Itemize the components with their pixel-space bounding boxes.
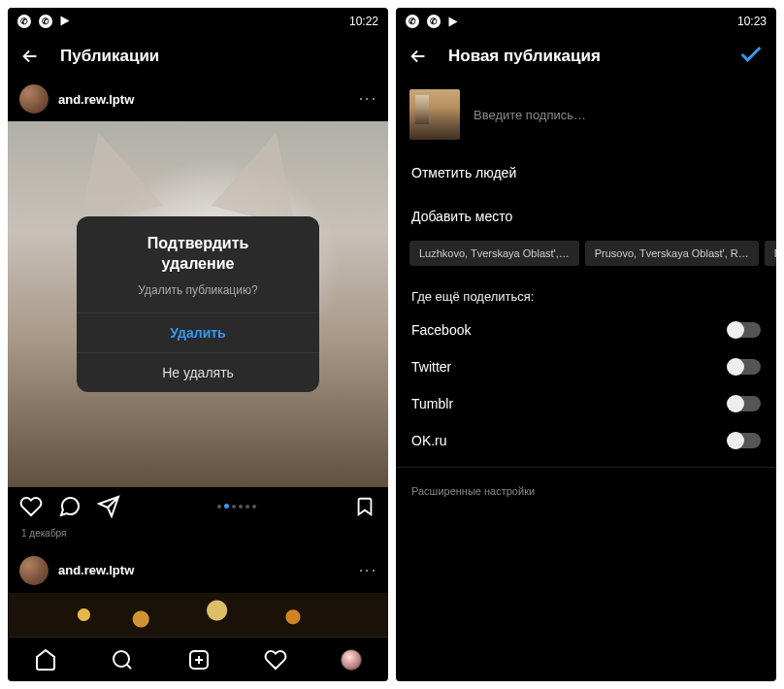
avatar[interactable] [19,556,49,585]
share-section-label: Где ещё поделиться: [396,279,776,312]
caption-row: Введите подпись… [396,78,776,151]
modal-title: Подтвердить удаление [77,216,319,279]
home-icon[interactable] [34,648,57,672]
confirm-delete-modal: Подтвердить удаление Удалить публикацию?… [77,216,319,393]
page-title: Публикации [60,47,159,66]
toggle-twitter[interactable] [728,359,761,375]
post-date: 1 декабря [8,526,388,548]
modal-cancel-button[interactable]: Не удалять [77,352,319,392]
phone-right: ✆ ✆ 10:23 Новая публикация Введите подпи… [396,8,776,681]
post-thumbnail[interactable] [409,89,460,140]
status-bar: ✆ ✆ 10:23 [396,8,776,35]
add-location-row[interactable]: Добавить место [396,195,776,239]
post-action-row [8,487,388,526]
viber-icon-2: ✆ [39,15,52,28]
share-twitter-row[interactable]: Twitter [396,348,776,385]
post-image[interactable]: Подтвердить удаление Удалить публикацию?… [8,121,388,487]
play-store-icon [61,16,70,26]
share-facebook-row[interactable]: Facebook [396,312,776,348]
share-target-label: Tumblr [411,396,453,411]
viber-icon: ✆ [17,15,31,28]
viber-icon-2: ✆ [427,15,441,28]
post-header: and.rew.lptw ⋮ [8,77,388,121]
toggle-tumblr[interactable] [728,396,761,411]
share-tumblr-row[interactable]: Tumblr [396,385,776,422]
bottom-nav [8,637,388,681]
location-suggestions: Luzhkovo, Tverskaya Oblast',… Prusovo, T… [396,239,776,279]
play-store-icon [449,16,458,26]
share-target-label: Facebook [411,322,471,338]
page-title: Новая публикация [448,47,601,66]
location-chip[interactable]: Luzhkovo, Tverskaya Oblast',… [409,241,579,266]
status-time: 10:23 [737,15,767,28]
status-bar: ✆ ✆ 10:22 [8,8,388,35]
post-username[interactable]: and.rew.lptw [58,92,134,107]
modal-confirm-button[interactable]: Удалить [77,312,319,352]
app-header: Публикации [8,35,388,78]
profile-avatar-icon[interactable] [341,649,362,671]
post-image-2[interactable] [8,593,388,638]
app-header: Новая публикация [396,35,776,78]
bookmark-icon[interactable] [353,495,376,518]
tag-people-row[interactable]: Отметить людей [396,151,776,195]
toggle-facebook[interactable] [728,322,761,338]
like-icon[interactable] [19,495,43,518]
share-icon[interactable] [97,495,120,518]
more-options-icon[interactable]: ⋮ [357,561,378,579]
add-post-icon[interactable] [187,648,211,672]
post-header-2: and.rew.lptw ⋮ [8,548,388,593]
avatar[interactable] [19,84,49,114]
advanced-settings-row[interactable]: Расширенные настройки [396,476,776,507]
comment-icon[interactable] [58,495,82,518]
more-options-icon[interactable]: ⋮ [357,90,378,109]
caption-input[interactable]: Введите подпись… [474,108,586,122]
activity-icon[interactable] [264,648,287,672]
divider [396,467,776,468]
toggle-okru[interactable] [728,433,761,448]
search-icon[interactable] [111,648,134,672]
share-target-label: Twitter [411,359,451,375]
status-time: 10:22 [349,15,378,28]
viber-icon: ✆ [406,15,419,28]
back-icon[interactable] [19,46,41,67]
location-chip[interactable]: Прямух… [765,241,776,266]
confirm-check-icon[interactable] [737,41,765,72]
modal-subtitle: Удалить публикацию? [77,278,319,312]
phone-left: ✆ ✆ 10:22 Публикации and.rew.lptw ⋮ Подт… [8,8,388,681]
share-okru-row[interactable]: OK.ru [396,422,776,459]
svg-point-0 [114,651,129,667]
back-icon[interactable] [408,46,429,67]
post-username[interactable]: and.rew.lptw [58,563,134,577]
modal-backdrop: Подтвердить удаление Удалить публикацию?… [8,121,388,487]
carousel-indicator [217,504,256,509]
share-target-label: OK.ru [411,433,447,448]
location-chip[interactable]: Prusovo, Tverskaya Oblast', R… [585,241,759,266]
